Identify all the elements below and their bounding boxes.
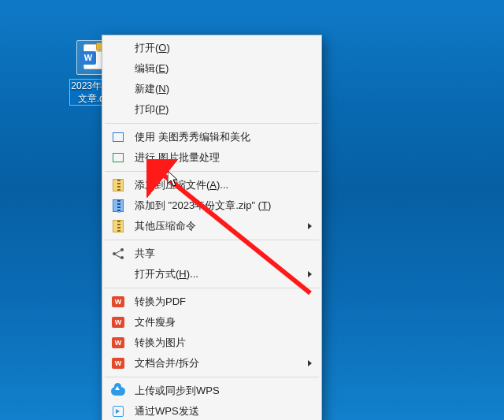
- menu-send-via-wps[interactable]: 通过WPS发送: [104, 401, 320, 420]
- menu-upload-wps[interactable]: 上传或同步到WPS: [104, 381, 320, 401]
- menu-open[interactable]: 打开(O): [104, 38, 320, 58]
- menu-open-with[interactable]: 打开方式(H)...: [104, 264, 320, 284]
- separator: [105, 288, 319, 288]
- menu-file-slim[interactable]: W 文件瘦身: [104, 312, 320, 333]
- zip-icon: [110, 199, 126, 213]
- share-icon: [110, 247, 126, 261]
- menu-batch-image[interactable]: 进行 图片批量处理: [104, 147, 320, 168]
- menu-edit[interactable]: 编辑(E): [104, 58, 320, 79]
- menu-to-image[interactable]: W 转换为图片: [104, 333, 320, 353]
- menu-to-pdf[interactable]: W 转换为PDF: [104, 292, 320, 312]
- separator: [105, 377, 319, 377]
- desktop: W 2023年2月文章.do 打开(O) 编辑(E) 新建(N) 打印(P) 使…: [0, 0, 504, 420]
- wps-icon: W: [110, 336, 126, 350]
- meitu-icon: [110, 130, 126, 144]
- archive-icon: [110, 178, 126, 192]
- chevron-right-icon: [308, 223, 312, 229]
- wps-icon: W: [110, 315, 126, 329]
- menu-meitu-edit[interactable]: 使用 美图秀秀编辑和美化: [104, 127, 320, 147]
- menu-share[interactable]: 共享: [104, 243, 320, 264]
- cloud-upload-icon: [110, 384, 126, 398]
- separator: [105, 171, 319, 172]
- batch-image-icon: [110, 151, 126, 165]
- separator: [105, 240, 319, 240]
- chevron-right-icon: [308, 360, 312, 366]
- compress-icon: [110, 219, 126, 233]
- separator: [105, 123, 319, 124]
- menu-add-to-archive[interactable]: 添加到压缩文件(A)...: [104, 175, 320, 195]
- menu-new[interactable]: 新建(N): [104, 79, 320, 99]
- context-menu: 打开(O) 编辑(E) 新建(N) 打印(P) 使用 美图秀秀编辑和美化 进行 …: [102, 35, 322, 420]
- wps-icon: W: [110, 356, 126, 370]
- menu-add-to-named-zip[interactable]: 添加到 "2023年份文章.zip" (T): [104, 195, 320, 216]
- wps-icon: W: [110, 295, 126, 309]
- menu-merge-split[interactable]: W 文档合并/拆分: [104, 353, 320, 374]
- chevron-right-icon: [308, 271, 312, 277]
- menu-other-compress[interactable]: 其他压缩命令: [104, 216, 320, 236]
- menu-print[interactable]: 打印(P): [104, 99, 320, 120]
- send-icon: [110, 404, 126, 418]
